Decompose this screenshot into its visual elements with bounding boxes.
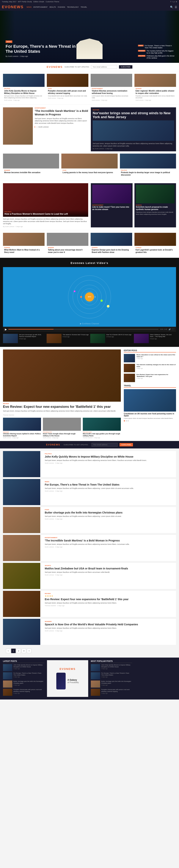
editor-pick-text-1[interactable]: The internet creatively changes its view… — [137, 364, 176, 368]
nav-news[interactable]: NEWS — [27, 6, 31, 8]
news-row3-title-3[interactable]: Karl Lagerfeld's greatest look: at Donal… — [136, 249, 175, 253]
long-list-title-0[interactable]: John Kelly Quickly Moves to Impose Milit… — [45, 455, 174, 458]
footer-latest-0: John Kelly Quickly Moves to Impose Milit… — [3, 664, 44, 671]
planet-2 — [80, 296, 82, 298]
next-page-button[interactable]: » — [27, 649, 31, 653]
long-list-img-1 — [3, 479, 40, 505]
news-row2-title-1[interactable]: Losing parents is the money issue that e… — [62, 171, 116, 174]
newsletter-subscribe-button[interactable]: SUBSCRIBE — [119, 65, 132, 69]
newsletter2-email-input[interactable] — [92, 443, 118, 446]
long-list-title-1[interactable]: For Europe, There's a New Threat in Town… — [45, 483, 174, 486]
news-row2-title-0[interactable]: Woman becomes invisible film sensation — [4, 171, 58, 174]
nav-health[interactable]: HEALTH — [50, 6, 56, 8]
long-list-title-4[interactable]: Matilos beat Zimbabwe but USA or Brazil … — [45, 567, 174, 570]
pinterest-icon[interactable]: p — [174, 1, 175, 3]
footer-popular-text-2[interactable]: Butter shortage puts the knife into Norw… — [101, 681, 132, 684]
review-sub-img-2 — [83, 418, 121, 431]
nav-technology[interactable]: TECHNOLOGY — [67, 6, 79, 8]
long-list-tag-6: WONDER — [45, 621, 174, 622]
video-thumb-text-3: Oliver Stefanos' Stories, this and more.… — [150, 334, 176, 338]
editor-picks-title: EDITOR PICKS — [124, 349, 176, 352]
prev-page-button[interactable]: « — [6, 649, 10, 653]
news-card-3: WONDER Eder regional: World's oldest pub… — [135, 74, 176, 102]
footer-latest-text-3[interactable]: Pumpkin cheesecake with pecan crust and … — [13, 689, 44, 692]
news-row2-title-2[interactable]: Protests begin to develop larger once im… — [121, 171, 175, 176]
dot-1[interactable] — [126, 420, 127, 422]
news-card-title-1[interactable]: Pumpkin cheesecake with pecan crust and … — [48, 90, 87, 94]
video-player[interactable]: MTV ▶ EvoNews Channel — [3, 267, 176, 327]
twitter-icon[interactable]: t — [172, 1, 173, 3]
footer-latest-text-2[interactable]: Butter shortage puts the knife into Norw… — [13, 681, 44, 684]
sponsor-title: A Galaxy — [67, 679, 79, 681]
footer-popular-img-1 — [91, 672, 100, 679]
travel-image — [124, 389, 176, 411]
video-volume-icon[interactable]: 🔊 — [169, 328, 171, 330]
newsletter2-subscribe-button[interactable]: SUBSCRIBE — [120, 443, 133, 446]
video-thumb-3[interactable]: Oliver Stefanos' Stories, this and more.… — [134, 334, 176, 343]
footer-latest-text-0[interactable]: John Kelly Quickly Moves to Impose Milit… — [13, 664, 44, 668]
long-list-item-4: SPORTS Matilos beat Zimbabwe but USA or … — [3, 563, 176, 589]
long-list-title-2[interactable]: Butter shortage puts the knife into Norw… — [45, 511, 174, 514]
sarah-title[interactable]: 'The Incredible Sarah Martinez' is a Bol… — [35, 109, 88, 116]
video-thumb-meta-1: 5 hours ago — [63, 336, 89, 337]
footer-latest-text-1[interactable]: For Europe, There's a New Threat in Town… — [13, 672, 44, 676]
long-list-title-3[interactable]: 'The Incredible Sarah Martinez' is a Bol… — [45, 539, 174, 542]
video-thumb-img-0 — [3, 334, 18, 343]
page-button-2[interactable]: 2 — [17, 649, 21, 653]
review-sub-title-1[interactable]: NASA Team Google Glass through tough mil… — [43, 433, 81, 437]
footer-popular-text-3[interactable]: Pumpkin cheesecake with pecan crust and … — [101, 689, 132, 692]
footer-popular-text-0[interactable]: John Kelly Quickly Moves to Impose Milit… — [101, 664, 132, 668]
long-list-title-6[interactable]: SpaceX is Now One of the World's Most Va… — [45, 623, 174, 626]
newsletter-bar: EVONEWS SUBSCRIBE TO GET UPDATES SUBSCRI… — [0, 63, 179, 71]
site-logo[interactable]: EVONEWS — [2, 5, 24, 9]
page-button-3[interactable]: 3 — [22, 649, 26, 653]
news-row3-title-0[interactable]: What Mothers Want to Wear Instead of a S… — [4, 249, 43, 253]
review-sub-title-0[interactable]: Climate-Altering Issues Spiked in 2016: … — [3, 433, 41, 437]
review-sub-tag-1: TECHNOLOGY — [43, 432, 81, 433]
sponsor-subtitle: of Possibility — [67, 681, 79, 683]
dot-2[interactable] — [127, 420, 129, 422]
sarah-noreaster-grid: ENTERTAINMENT 'The Incredible Sarah Mart… — [3, 107, 176, 151]
video-thumb-0[interactable]: Get your horoscope up with 2018, Famous … — [3, 334, 45, 343]
video-progress-bar[interactable] — [8, 329, 158, 330]
make-music-title[interactable]: Like to make music? Turn your tunes into… — [92, 206, 131, 211]
news-row3-tag-1: WONDER — [48, 247, 87, 248]
editor-pick-0: Music education is now critical to the v… — [124, 354, 176, 362]
scientists-image — [136, 185, 175, 203]
editor-pick-text-2[interactable]: Evo Review: Expect four new expansions f… — [137, 374, 176, 378]
video-thumb-1[interactable]: The award to 'Evolves fast' 5 hours ago … — [47, 334, 89, 343]
nav-fashion[interactable]: FASHION — [58, 6, 65, 8]
video-thumb-2[interactable]: How To A Garden 360 fit 10 hours ago 10 … — [90, 334, 132, 343]
video-fullscreen-icon[interactable]: ⛶ — [172, 328, 174, 330]
dot-0[interactable] — [124, 420, 125, 422]
search-icon[interactable]: 🔍 — [170, 6, 173, 8]
review-sub-meta-0: Scott Lorenzo · 2 days ago — [3, 437, 41, 438]
long-list-title-5[interactable]: Evo Review: Expect four new expansions f… — [45, 598, 174, 601]
review-sub-grid: WONDER Climate-Altering Issues Spiked in… — [3, 418, 121, 438]
review-title[interactable]: Evo Review: Expect four new expansions f… — [3, 405, 121, 409]
news-card-title-2[interactable]: Vladnet Altuntas announces nomination wi… — [92, 90, 131, 94]
scientists-title[interactable]: Scientists launch proposal to create syn… — [136, 206, 175, 211]
travel-subtitle[interactable]: Crackdown on UK tourists over food poiso… — [124, 413, 176, 417]
rss-icon[interactable]: ⊕ — [176, 1, 177, 3]
nav-entertainment[interactable]: ENTERTAINMENT — [33, 6, 48, 8]
page-button-1[interactable]: 1 — [11, 649, 16, 653]
newsletter-email-input[interactable] — [91, 65, 117, 69]
menu-icon[interactable]: ☰ — [175, 6, 177, 8]
footer-popular-text-1[interactable]: For Europe, There's a New Threat in Town… — [101, 672, 132, 676]
video-play-button[interactable]: ▶ — [5, 328, 7, 331]
top-bar-left: Tuesday, May 2017 68°F Partly Cloudy Edi… — [2, 1, 59, 3]
edition-label[interactable]: Edition Simple — [33, 1, 44, 3]
womens-title[interactable]: How a Fractious Women's Movement Came to… — [4, 213, 87, 215]
facebook-icon[interactable]: f — [171, 1, 171, 3]
customize-label[interactable]: Customize Theme — [46, 1, 59, 3]
news-row3-title-1[interactable]: Talking about your miscarriage doesn't m… — [48, 249, 87, 253]
nav-travel[interactable]: TRAVEL — [81, 6, 87, 8]
news-card-title-3[interactable]: Eder regional: World's oldest public sho… — [136, 90, 175, 94]
review-sub-title-2[interactable]: Microsoft's new app guides you through t… — [83, 433, 121, 437]
news-row3-title-2[interactable]: Express Design goes back to the Drawing … — [92, 249, 131, 253]
sidebar-dots — [124, 420, 176, 422]
noreaster-title[interactable]: Nor'easter brings snow and strong winds … — [93, 111, 174, 119]
editor-pick-text-0[interactable]: Music education is now critical to the v… — [137, 354, 176, 358]
news-card-title-0[interactable]: John Kelly Quickly Moves to Impose Milit… — [4, 90, 43, 94]
